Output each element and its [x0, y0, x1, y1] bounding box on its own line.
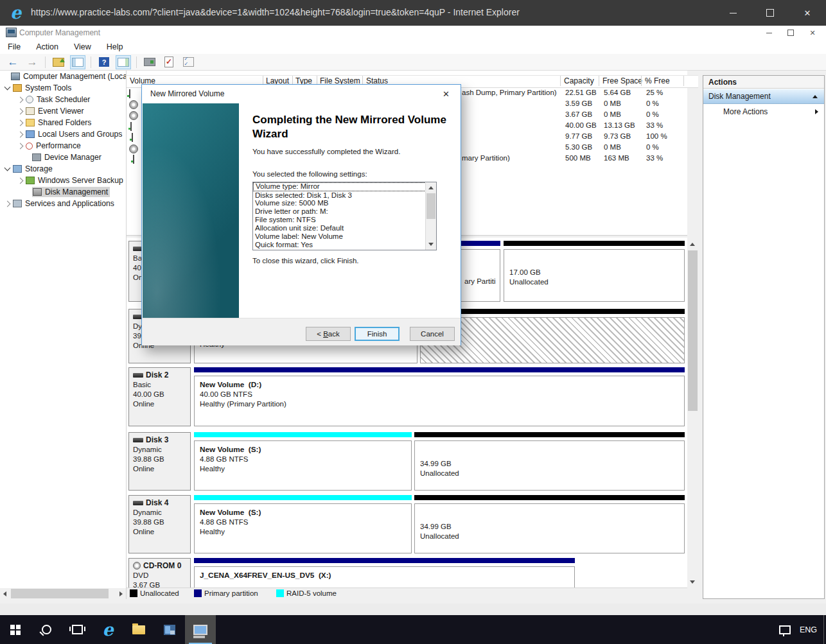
disk3-label[interactable]: Disk 3 Dynamic 39.88 GB Online: [128, 432, 191, 491]
tree-item-local-users-groups[interactable]: Local Users and Groups: [0, 128, 126, 140]
finish-button[interactable]: Finish: [355, 327, 400, 341]
tree-scrollbar-thumb[interactable]: [11, 589, 109, 598]
storage-icon: [13, 165, 22, 173]
disk-icon: [130, 122, 132, 131]
show-desktop-button[interactable]: [823, 615, 826, 644]
settings-item[interactable]: Volume size: 5000 MB: [253, 199, 436, 207]
tree-item-device-manager[interactable]: Device Manager: [0, 152, 126, 163]
start-button[interactable]: [0, 615, 31, 644]
disk4-label[interactable]: Disk 4 Dynamic 39.88 GB Online: [128, 495, 191, 553]
settings-listbox[interactable]: Volume type: Mirror Disks selected: Disk…: [252, 182, 437, 250]
network-icon[interactable]: [779, 625, 791, 634]
settings-item[interactable]: Quick format: Yes: [253, 241, 436, 249]
col-capacity[interactable]: Capacity: [564, 76, 594, 85]
volume-status: mary Partition): [462, 154, 510, 162]
tree-item-label: Local Users and Groups: [38, 130, 122, 139]
app-maximize-button[interactable]: [780, 26, 802, 39]
disk0-unallocated[interactable]: 17.00 GB Unallocated: [504, 241, 685, 302]
settings-item[interactable]: Drive letter or path: M:: [253, 207, 436, 216]
menu-action[interactable]: Action: [28, 40, 66, 54]
more-actions-item[interactable]: More Actions: [703, 104, 824, 119]
settings-item[interactable]: Allocation unit size: Default: [253, 224, 436, 232]
toggle-console-tree-button[interactable]: [70, 55, 85, 69]
collapse-icon[interactable]: [813, 95, 818, 98]
tree-item-system-tools[interactable]: System Tools: [0, 82, 126, 94]
dialog-close-button[interactable]: ✕: [432, 85, 461, 103]
tree-item-event-viewer[interactable]: Event Viewer: [0, 105, 126, 117]
tree-item-task-scheduler[interactable]: Task Scheduler: [0, 94, 126, 105]
chevron-right-icon[interactable]: [4, 200, 11, 207]
computer-icon: [11, 73, 20, 80]
disk3-unallocated[interactable]: 34.99 GB Unallocated: [414, 432, 685, 491]
actions-pane: [703, 75, 825, 599]
back-button[interactable]: < Back: [306, 327, 351, 341]
scroll-up-icon[interactable]: [690, 243, 695, 246]
chevron-right-icon[interactable]: [17, 131, 24, 137]
chevron-down-icon[interactable]: [4, 165, 11, 171]
disk2-partition-d[interactable]: New Volume (D:) 40.00 GB NTFS Healthy (P…: [194, 367, 685, 426]
disk4-unallocated[interactable]: 34.99 GB Unallocated: [414, 495, 685, 553]
col-free-space[interactable]: Free Space: [602, 76, 642, 85]
disk2-label[interactable]: Disk 2 Basic 40.00 GB Online: [128, 367, 191, 426]
tree-item-disk-management[interactable]: Disk Management: [0, 186, 126, 198]
volume-pct-free: 33 %: [646, 154, 663, 162]
browser-maximize-button[interactable]: [751, 0, 789, 26]
tree-item-performance[interactable]: Performance: [0, 140, 126, 152]
chevron-right-icon[interactable]: [17, 108, 24, 114]
disk3-volume-s[interactable]: New Volume (S:) 4.88 GB NTFS Healthy: [194, 432, 412, 491]
legend-label: RAID-5 volume: [286, 589, 337, 597]
settings-item[interactable]: Disks selected: Disk 1, Disk 3: [253, 191, 436, 200]
taskbar-server-manager[interactable]: [154, 615, 185, 644]
chevron-right-icon[interactable]: [17, 96, 24, 103]
properties-list-button[interactable]: [180, 55, 196, 69]
settings-item[interactable]: File system: NTFS: [253, 216, 436, 224]
scroll-down-icon[interactable]: [428, 243, 434, 246]
browser-minimize-button[interactable]: [714, 0, 751, 26]
disk4-volume-s[interactable]: New Volume (S:) 4.88 GB NTFS Healthy: [194, 495, 412, 553]
taskbar-computer-management-active[interactable]: [185, 615, 216, 644]
settings-scrollbar[interactable]: [425, 182, 436, 250]
menu-view[interactable]: View: [66, 40, 99, 54]
cancel-button[interactable]: Cancel: [410, 327, 455, 341]
app-close-button[interactable]: ✕: [802, 26, 823, 39]
volume-status: ash Dump, Primary Partition): [462, 89, 557, 96]
scroll-down-icon[interactable]: [690, 580, 695, 584]
rescan-disks-button[interactable]: [142, 55, 157, 69]
performance-icon: [26, 143, 33, 150]
disk-view-scrollbar-thumb[interactable]: [688, 250, 698, 411]
tree-item-computer-management[interactable]: Computer Management (Local: [0, 71, 126, 82]
task-view-button[interactable]: [62, 615, 92, 644]
language-indicator[interactable]: ENG: [800, 625, 817, 634]
forward-button[interactable]: →: [24, 55, 40, 69]
chevron-down-icon[interactable]: [4, 84, 11, 91]
browser-close-button[interactable]: ✕: [789, 0, 826, 26]
check-document-button[interactable]: [161, 55, 177, 69]
wizard-heading: Completing the New Mirrored Volume Wizar…: [252, 113, 453, 141]
settings-scrollbar-thumb[interactable]: [426, 193, 435, 219]
chevron-right-icon[interactable]: [17, 143, 24, 149]
actions-group-disk-management[interactable]: Disk Management: [703, 89, 824, 104]
chevron-right-icon[interactable]: [17, 177, 24, 184]
menu-file[interactable]: File: [0, 40, 28, 54]
toggle-action-pane-button[interactable]: [116, 55, 131, 69]
tree-item-windows-server-backup[interactable]: Windows Server Backup: [0, 175, 126, 186]
tree-item-services-applications[interactable]: Services and Applications: [0, 198, 126, 209]
taskbar-internet-explorer[interactable]: e: [92, 615, 123, 644]
scroll-left-icon[interactable]: [3, 591, 6, 596]
help-button[interactable]: ?: [96, 55, 112, 69]
chevron-right-icon[interactable]: [17, 119, 24, 126]
raid5-volume-bar: [194, 495, 412, 500]
tree-item-shared-folders[interactable]: Shared Folders: [0, 117, 126, 128]
menu-help[interactable]: Help: [99, 40, 131, 54]
scroll-right-icon[interactable]: [119, 591, 123, 596]
scroll-up-icon[interactable]: [428, 186, 434, 189]
col-pct-free[interactable]: % Free: [645, 76, 670, 85]
back-button[interactable]: ←: [5, 55, 21, 69]
settings-item[interactable]: Volume label: New Volume: [253, 232, 436, 241]
taskbar-file-explorer[interactable]: [123, 615, 154, 644]
search-button[interactable]: [31, 615, 62, 644]
tree-item-storage[interactable]: Storage: [0, 163, 126, 175]
export-list-button[interactable]: [51, 55, 66, 69]
settings-item[interactable]: Volume type: Mirror: [253, 182, 436, 191]
app-minimize-button[interactable]: [758, 26, 780, 39]
